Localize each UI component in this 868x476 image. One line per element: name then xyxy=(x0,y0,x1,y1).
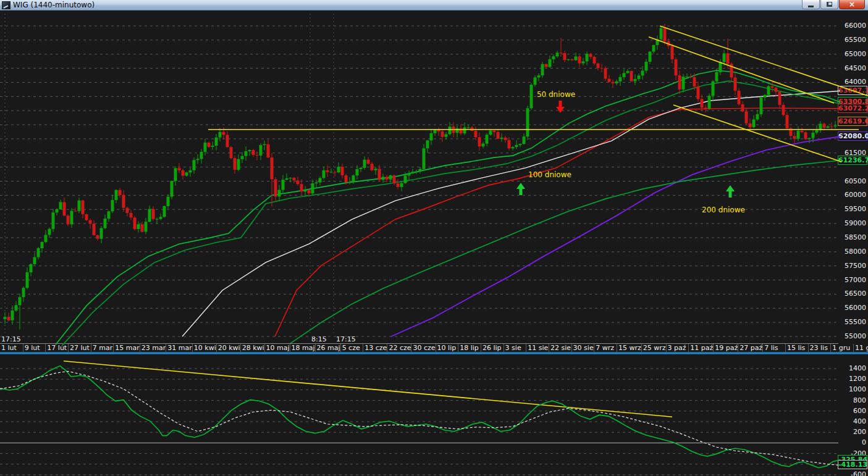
date-label: 5 cze xyxy=(340,344,363,352)
indicator-green xyxy=(0,366,838,468)
price-value-box: -418.13 xyxy=(838,460,867,469)
date-label: 22 cze xyxy=(387,344,411,352)
y-axis-label: 65500 xyxy=(839,36,866,44)
date-label: 26 maj xyxy=(315,344,340,352)
y-axis-label: 1400 xyxy=(839,365,866,372)
date-label: 3 paź xyxy=(666,344,689,352)
date-axis: 1 lut9 lut17 lut27 lut7 mar15 mar23 mar3… xyxy=(0,343,838,352)
descending-channel xyxy=(649,37,834,103)
date-label: 15 lis xyxy=(785,344,808,352)
date-label: 1 lut xyxy=(0,344,23,352)
y-axis-label: 1200 xyxy=(839,375,866,383)
y-axis-label: 0 xyxy=(839,439,866,446)
date-label: 13 cze xyxy=(363,344,387,352)
ma-red-100 xyxy=(275,108,840,336)
session-time-label: 8:15 xyxy=(311,335,327,343)
y-axis-label: -600 xyxy=(839,471,866,476)
maximize-icon xyxy=(827,2,832,7)
y-axis-label: 57500 xyxy=(839,262,866,270)
annotation-text: 50 dniowe xyxy=(537,90,575,99)
date-label: 26 lip xyxy=(481,344,504,352)
date-label: 15 mar xyxy=(113,344,139,352)
y-axis-label: 55500 xyxy=(839,319,866,326)
window-controls: × xyxy=(802,0,865,9)
gridlines xyxy=(0,14,838,475)
chart-canvas[interactable]: 50 dniowe100 dniowe200 dniowe xyxy=(0,10,868,476)
date-label: 7 lis xyxy=(762,344,785,352)
window-title: WIG (1440-minutowo) xyxy=(13,0,95,10)
date-label: 11 paź xyxy=(688,344,713,352)
descending-upper xyxy=(660,26,868,96)
arrow-down-icon xyxy=(556,101,565,113)
y-axis-label: 55000 xyxy=(839,333,866,340)
app-icon xyxy=(2,1,11,9)
date-label: 23 mar xyxy=(140,344,166,352)
y-axis-label: 60500 xyxy=(839,178,866,185)
ma-white-50 xyxy=(182,91,840,336)
date-label: 20 kwi xyxy=(216,344,240,352)
price-value-box: 61236.71 xyxy=(838,156,867,165)
titlebar[interactable]: WIG (1440-minutowo) × xyxy=(0,0,868,10)
date-label: 30 cze xyxy=(411,344,435,352)
ema-green-lower xyxy=(62,81,840,346)
y-axis-label: 59000 xyxy=(839,220,866,227)
ma-purple xyxy=(391,136,840,336)
y-axis-label: 800 xyxy=(839,397,866,404)
price-value-box: 63697.34 xyxy=(838,86,867,95)
y-axis-label: 56500 xyxy=(839,290,866,298)
minimize-button[interactable] xyxy=(802,0,820,9)
price-value-box: 62619.60 xyxy=(838,117,867,126)
date-label: 11 gru xyxy=(853,344,868,352)
candlestick-series xyxy=(4,24,837,330)
price-value-box: 62080.04 xyxy=(838,132,867,141)
panel-separator[interactable] xyxy=(0,352,868,354)
indicator-signal-white xyxy=(0,371,838,465)
date-label: 30 sie xyxy=(571,344,594,352)
annotation-text: 200 dniowe xyxy=(702,206,745,214)
ema-green-upper xyxy=(56,70,840,344)
date-label: 18 maj xyxy=(290,344,315,352)
date-label: 22 sie xyxy=(549,344,571,352)
close-icon: × xyxy=(849,0,855,9)
price-value-box: 63072.23 xyxy=(838,104,867,113)
date-label: 27 lut xyxy=(68,344,91,352)
date-label: 10 kwi xyxy=(192,344,216,352)
y-axis-label: 57000 xyxy=(839,277,866,284)
date-label: 31 mar xyxy=(166,344,192,352)
session-time-label: 17:15 xyxy=(1,335,21,343)
y-axis-label: 64000 xyxy=(839,78,866,86)
date-label: 19 paź xyxy=(713,344,738,352)
chart-root: 17:158:1517:15 1 lut9 lut17 lut27 lut7 m… xyxy=(0,10,868,476)
app-window: WIG (1440-minutowo) × 17:158:1517:15 1 l… xyxy=(0,0,868,476)
annotation-text: 100 dniowe xyxy=(528,170,571,179)
date-label: 11 sie xyxy=(526,344,549,352)
y-axis-label: 64500 xyxy=(839,65,866,72)
y-axis-label: 58500 xyxy=(839,234,866,241)
y-axis-label: 60000 xyxy=(839,191,866,199)
y-axis-label: 66000 xyxy=(839,22,866,30)
y-axis-label: 65000 xyxy=(839,51,866,58)
date-label: 1 gru xyxy=(830,344,853,352)
date-label: 23 lis xyxy=(808,344,831,352)
y-axis-label: 58000 xyxy=(839,248,866,256)
date-label: 9 lut xyxy=(23,344,46,352)
trendlines[interactable] xyxy=(208,26,868,162)
date-label: 27 paź xyxy=(738,344,762,352)
maximize-button[interactable] xyxy=(820,0,838,9)
y-axis-label: 59500 xyxy=(839,206,866,213)
arrow-up-icon xyxy=(726,185,735,198)
date-label: 10 lip xyxy=(436,344,458,352)
minimize-icon xyxy=(808,6,814,7)
session-time-label: 17:15 xyxy=(336,335,356,343)
y-axis-label: 200 xyxy=(839,428,866,436)
close-button[interactable]: × xyxy=(839,0,865,9)
annotations: 50 dniowe100 dniowe200 dniowe xyxy=(516,90,745,214)
date-label: 28 kwi xyxy=(240,344,264,352)
date-label: 15 wrz xyxy=(617,344,641,352)
y-axis-label: 600 xyxy=(839,407,866,415)
date-label: 7 wrz xyxy=(594,344,617,352)
date-label: 25 wrz xyxy=(641,344,666,352)
date-label: 7 mar xyxy=(91,344,114,352)
date-label: 17 lut xyxy=(45,344,68,352)
moving-averages xyxy=(56,70,840,346)
